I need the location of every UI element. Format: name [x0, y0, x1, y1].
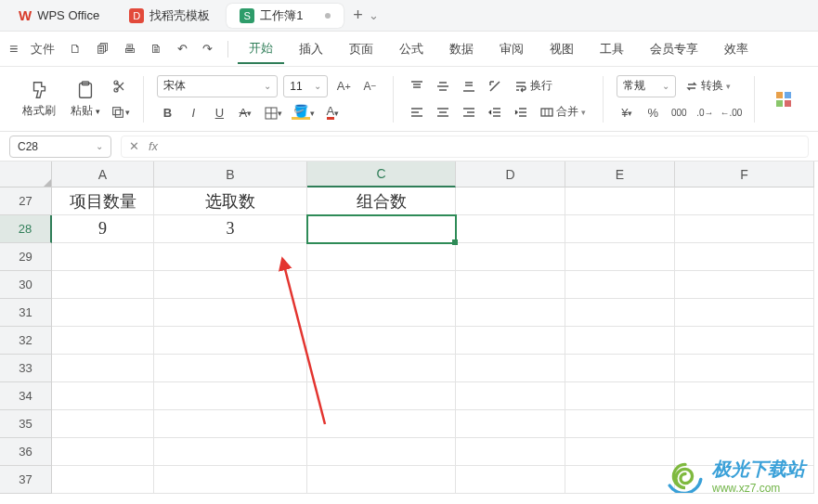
cell-E36[interactable] [565, 438, 675, 466]
formula-input[interactable] [167, 140, 800, 153]
cancel-formula-icon[interactable]: ✕ [129, 139, 139, 153]
cell-E35[interactable] [565, 410, 675, 438]
cell-B34[interactable] [154, 382, 307, 410]
cell-F32[interactable] [675, 327, 814, 355]
wrap-text-button[interactable]: 换行 [511, 76, 556, 96]
increase-font-icon[interactable]: A+ [333, 76, 354, 97]
cell-C27[interactable]: 组合数 [307, 187, 456, 215]
name-box[interactable]: C28 ⌄ [9, 136, 111, 158]
add-tab-button[interactable]: + [353, 6, 363, 25]
orientation-icon[interactable] [485, 76, 505, 97]
cell-A31[interactable] [52, 299, 154, 327]
cell-B32[interactable] [154, 327, 307, 355]
font-family-select[interactable]: 宋体⌄ [157, 75, 278, 97]
cell-B29[interactable] [154, 243, 307, 271]
column-header-D[interactable]: D [456, 162, 565, 187]
cell-D29[interactable] [456, 243, 565, 271]
cell-C35[interactable] [307, 410, 456, 438]
cell-F34[interactable] [675, 382, 814, 410]
tab-template-store[interactable]: D 找稻壳模板 [116, 4, 223, 28]
cell-E30[interactable] [565, 271, 675, 299]
row-header-33[interactable]: 33 [0, 355, 52, 382]
fill-color-button[interactable]: 🪣▾ [291, 103, 315, 123]
fx-icon[interactable]: fx [149, 139, 158, 153]
italic-button[interactable]: I [183, 103, 203, 123]
cell-C31[interactable] [307, 299, 456, 327]
column-header-F[interactable]: F [675, 162, 814, 187]
bold-button[interactable]: B [157, 103, 177, 123]
column-header-E[interactable]: E [565, 162, 675, 187]
align-top-icon[interactable] [407, 76, 427, 97]
cell-E34[interactable] [565, 382, 675, 410]
cell-C36[interactable] [307, 438, 456, 466]
cell-B36[interactable] [154, 438, 307, 466]
cut-icon[interactable] [110, 76, 130, 97]
number-format-select[interactable]: 常规⌄ [617, 75, 676, 97]
cell-A32[interactable] [52, 327, 154, 355]
cell-E31[interactable] [565, 299, 675, 327]
comma-style-button[interactable]: 000 [669, 103, 689, 123]
cell-A27[interactable]: 项目数量 [52, 187, 154, 215]
cell-D36[interactable] [456, 438, 565, 466]
menu-review[interactable]: 审阅 [488, 35, 535, 63]
undo-icon[interactable]: ↶ [172, 38, 193, 59]
cell-C34[interactable] [307, 382, 456, 410]
cell-B37[interactable] [154, 466, 307, 494]
cell-A28[interactable]: 9 [52, 215, 154, 243]
row-header-32[interactable]: 32 [0, 327, 52, 355]
cell-B35[interactable] [154, 410, 307, 438]
copy-icon[interactable]: ▾ [110, 102, 130, 123]
tab-menu-chevron-icon[interactable]: ⌄ [369, 8, 379, 22]
menu-insert[interactable]: 插入 [288, 35, 334, 63]
underline-button[interactable]: U [209, 103, 229, 123]
cell-F31[interactable] [675, 299, 814, 327]
align-right-icon[interactable] [459, 102, 479, 123]
convert-button[interactable]: 转换▾ [682, 76, 734, 96]
cell-B28[interactable]: 3 [154, 215, 307, 243]
row-header-37[interactable]: 37 [0, 466, 52, 494]
cell-B30[interactable] [154, 271, 307, 299]
cell-D32[interactable] [456, 327, 565, 355]
row-header-29[interactable]: 29 [0, 243, 52, 271]
align-bottom-icon[interactable] [459, 76, 479, 97]
cell-D35[interactable] [456, 410, 565, 438]
row-header-27[interactable]: 27 [0, 187, 52, 215]
redo-icon[interactable]: ↷ [197, 38, 218, 59]
cell-F33[interactable] [675, 355, 814, 382]
cell-E28[interactable] [565, 215, 675, 243]
cell-A30[interactable] [52, 271, 154, 299]
cell-D30[interactable] [456, 271, 565, 299]
cell-C30[interactable] [307, 271, 456, 299]
border-button[interactable]: ▾ [261, 103, 285, 123]
export-icon[interactable]: 🗐 [91, 38, 114, 59]
cell-A34[interactable] [52, 382, 154, 410]
cell-E27[interactable] [565, 187, 675, 215]
menu-page[interactable]: 页面 [338, 35, 384, 63]
merge-cells-button[interactable]: 合并▾ [537, 102, 590, 122]
decrease-decimal-button[interactable]: .0→ [695, 103, 715, 123]
menu-home[interactable]: 开始 [238, 34, 284, 64]
cell-C33[interactable] [307, 355, 456, 382]
row-header-36[interactable]: 36 [0, 438, 52, 466]
cell-E32[interactable] [565, 327, 675, 355]
cell-D28[interactable] [456, 215, 565, 243]
column-header-C[interactable]: C [307, 162, 456, 187]
row-header-28[interactable]: 28 [0, 215, 52, 243]
cell-F35[interactable] [675, 410, 814, 438]
cell-D27[interactable] [456, 187, 565, 215]
align-left-icon[interactable] [407, 102, 427, 123]
cell-A29[interactable] [52, 243, 154, 271]
decrease-font-icon[interactable]: A− [359, 76, 380, 97]
cell-C37[interactable] [307, 466, 456, 494]
row-header-30[interactable]: 30 [0, 271, 52, 299]
menu-efficiency[interactable]: 效率 [713, 35, 760, 63]
cell-E29[interactable] [565, 243, 675, 271]
menu-data[interactable]: 数据 [438, 35, 485, 63]
font-color-button[interactable]: A▾ [320, 103, 344, 123]
column-header-B[interactable]: B [154, 162, 307, 187]
increase-decimal-button[interactable]: ←.00 [721, 103, 741, 123]
column-header-A[interactable]: A [52, 162, 154, 187]
paste-button[interactable]: 粘贴 ▾ [65, 78, 106, 121]
cell-D34[interactable] [456, 382, 565, 410]
strike-button[interactable]: A▾ [235, 103, 255, 123]
